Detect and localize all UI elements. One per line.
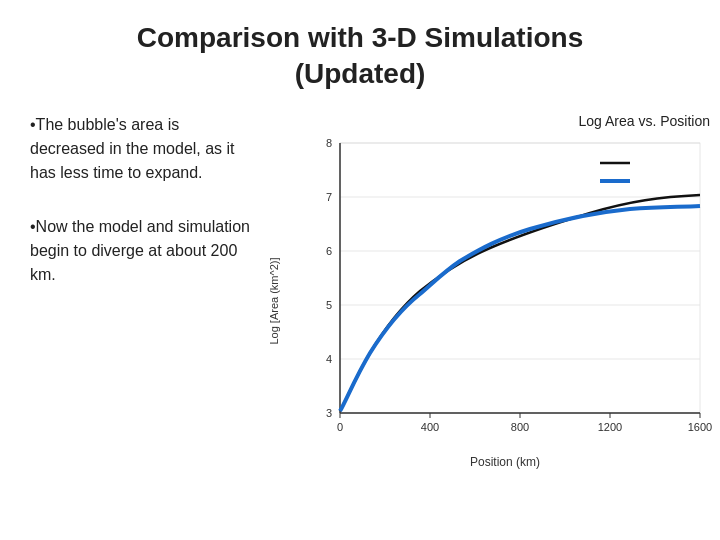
svg-text:0: 0: [337, 421, 343, 433]
svg-text:1600: 1600: [688, 421, 712, 433]
chart-area: Log Area vs. Position Log [Area (km^2)]: [260, 113, 720, 469]
svg-text:4: 4: [326, 353, 332, 365]
svg-text:8: 8: [326, 137, 332, 149]
y-axis-label: Log [Area (km^2)]: [268, 257, 280, 344]
bullet-1: •The bubble's area is decreased in the m…: [30, 113, 250, 185]
slide-title: Comparison with 3-D Simulations (Updated…: [30, 20, 690, 93]
svg-text:3: 3: [326, 407, 332, 419]
svg-text:7: 7: [326, 191, 332, 203]
svg-rect-0: [340, 143, 700, 413]
svg-text:1200: 1200: [598, 421, 622, 433]
chart-wrapper: Log [Area (km^2)]: [290, 133, 720, 469]
svg-text:6: 6: [326, 245, 332, 257]
text-column: •The bubble's area is decreased in the m…: [30, 113, 250, 317]
content-area: •The bubble's area is decreased in the m…: [30, 113, 690, 469]
chart-title: Log Area vs. Position: [260, 113, 710, 129]
svg-text:400: 400: [421, 421, 439, 433]
chart-svg: 3 4 5 6 7 8 0 400 800 1200 1600: [290, 133, 720, 453]
bullet-2: •Now the model and simulation begin to d…: [30, 215, 250, 287]
x-axis-label: Position (km): [290, 455, 720, 469]
chart-container: 3 4 5 6 7 8 0 400 800 1200 1600: [290, 133, 720, 453]
slide: Comparison with 3-D Simulations (Updated…: [0, 0, 720, 540]
svg-text:800: 800: [511, 421, 529, 433]
svg-text:5: 5: [326, 299, 332, 311]
